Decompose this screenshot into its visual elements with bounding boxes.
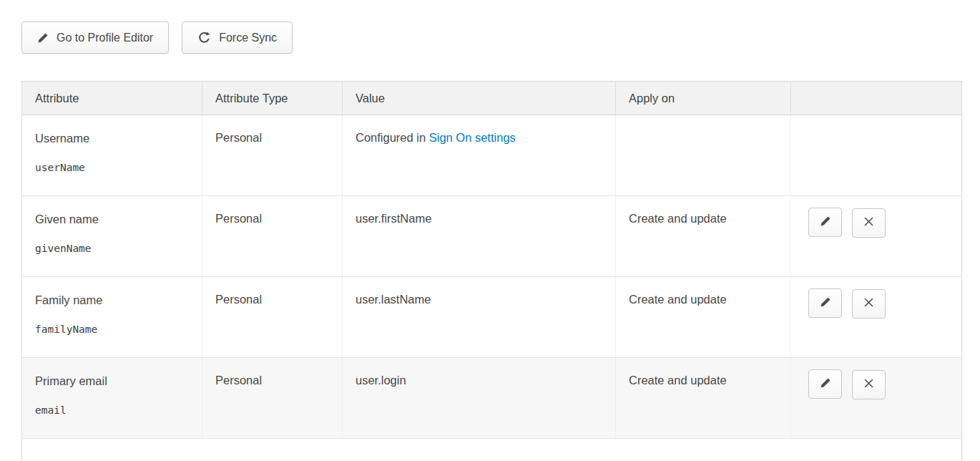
column-header-attribute-type: Attribute Type (202, 82, 343, 115)
edit-row-button[interactable] (808, 288, 842, 318)
edit-row-button[interactable] (808, 369, 842, 399)
attribute-variable-name: givenName (35, 242, 189, 255)
attribute-label: Given name (35, 212, 189, 226)
attribute-type-cell: Personal (202, 196, 343, 277)
table-row: Given name givenName Personal user.first… (22, 196, 962, 277)
value-cell: user.firstName (343, 196, 616, 277)
apply-on-cell (616, 115, 791, 196)
apply-on-cell: Create and update (616, 277, 791, 358)
attribute-label: Family name (35, 293, 189, 307)
column-header-actions (791, 82, 962, 115)
remove-row-button[interactable] (852, 208, 886, 238)
column-header-attribute: Attribute (22, 82, 202, 115)
value-cell: Configured in Sign On settings (343, 115, 616, 196)
edit-row-button[interactable] (808, 208, 842, 237)
column-header-apply-on: Apply on (616, 82, 791, 115)
column-header-value: Value (343, 82, 616, 115)
actions-cell (791, 196, 962, 277)
close-icon (863, 378, 874, 391)
force-sync-icon (197, 31, 211, 44)
actions-cell (791, 115, 962, 196)
attribute-cell: Family name familyName (22, 277, 202, 358)
attribute-cell: Username userName (22, 115, 202, 196)
value-cell: user.login (343, 358, 616, 439)
pencil-icon (820, 377, 831, 391)
pencil-icon (820, 296, 831, 310)
actions-cell (791, 277, 962, 358)
table-header-row: Attribute Attribute Type Value Apply on (22, 82, 962, 115)
attribute-type-cell: Personal (202, 358, 343, 439)
table-row: Primary email email Personal user.login … (22, 358, 962, 439)
go-to-profile-editor-label: Go to Profile Editor (57, 31, 153, 44)
attribute-cell: Given name givenName (22, 196, 202, 277)
actions-cell (791, 358, 962, 439)
table-row: Family name familyName Personal user.las… (22, 277, 962, 358)
attribute-mappings-page: Go to Profile Editor Force Sync Attribut… (0, 0, 980, 461)
remove-row-button[interactable] (852, 370, 886, 399)
value-cell: user.lastName (343, 277, 616, 358)
apply-on-cell: Create and update (616, 196, 791, 277)
remove-row-button[interactable] (852, 289, 886, 319)
force-sync-label: Force Sync (219, 31, 277, 44)
close-icon (863, 297, 874, 310)
attribute-cell: Primary email email (22, 358, 202, 439)
table-row: Username userName Personal Configured in… (22, 115, 962, 196)
table-row-partial (22, 439, 962, 461)
pencil-icon (37, 32, 49, 44)
attribute-variable-name: email (35, 404, 189, 417)
pencil-icon (820, 215, 831, 229)
toolbar: Go to Profile Editor Force Sync (21, 21, 962, 54)
apply-on-cell: Create and update (616, 358, 791, 439)
force-sync-button[interactable]: Force Sync (182, 21, 293, 54)
attribute-variable-name: userName (35, 161, 189, 174)
attribute-variable-name: familyName (35, 323, 189, 336)
attribute-label: Username (35, 131, 189, 145)
value-text: Configured in (356, 131, 429, 144)
go-to-profile-editor-button[interactable]: Go to Profile Editor (21, 21, 169, 54)
attribute-type-cell: Personal (202, 277, 343, 358)
attribute-label: Primary email (35, 374, 189, 388)
attribute-type-cell: Personal (202, 115, 343, 196)
attribute-mappings-table: Attribute Attribute Type Value Apply on … (21, 81, 962, 461)
sign-on-settings-link[interactable]: Sign On settings (429, 131, 516, 144)
close-icon (863, 216, 874, 229)
